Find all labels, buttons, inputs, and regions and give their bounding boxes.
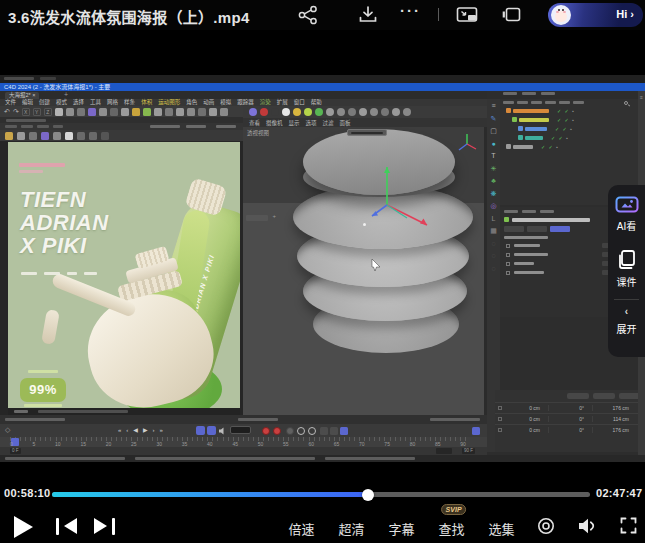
range-start-field: 0 F	[10, 448, 21, 454]
c4d-menu-item: 渲染	[260, 99, 271, 106]
viewport-tooltip-chip	[347, 129, 387, 136]
assistant-hi-label: Hi ›	[616, 8, 634, 20]
object-row	[514, 133, 638, 142]
object-manager-tabs	[500, 99, 638, 106]
expand-button[interactable]: ‹ 展开	[608, 306, 645, 336]
more-icon[interactable]: ···	[400, 2, 421, 19]
video-player: 3.6洗发水流体氛围海报（上）.mp4 ···	[0, 0, 645, 543]
control-button[interactable]: 超清	[338, 519, 365, 538]
c4d-tool-icon	[187, 108, 195, 116]
c4d-menu-item: 模式	[56, 99, 67, 106]
coordinate-row: 0 cm 0° 176 cm	[495, 424, 645, 435]
control-buttons: 倍速 超清 字幕 SVIP 查找 选集	[288, 519, 538, 538]
control-button[interactable]: 倍速	[288, 519, 315, 538]
tool-strip-icon: ◌	[491, 265, 495, 272]
control-button[interactable]: 字幕	[388, 519, 415, 538]
c4d-menu-item: 编辑	[22, 99, 33, 106]
download-icon[interactable]	[358, 5, 378, 25]
c4d-tool-icon	[88, 108, 96, 116]
coordinate-row: 0 cm 0° 176 cm	[495, 402, 645, 413]
fullscreen-icon[interactable]	[620, 517, 637, 534]
coordinates-header	[495, 390, 645, 402]
c4d-menu-item: 网格	[107, 99, 118, 106]
progress-bar[interactable]	[52, 492, 590, 497]
transport-button: «	[118, 426, 121, 435]
poster-title: TIEFNADRIANX PIKI	[20, 188, 109, 257]
viewport-canvas: 透视视图	[243, 127, 484, 415]
tool-strip-icon: ◎	[490, 202, 496, 209]
tool-strip-icon: T	[491, 152, 495, 159]
share-icon[interactable]	[297, 5, 319, 25]
poster-watermark	[19, 163, 65, 167]
pip-icon[interactable]	[456, 5, 480, 25]
sound-toggle	[207, 426, 216, 435]
float-window-icon[interactable]	[502, 5, 522, 25]
viewer-tool-icon	[29, 132, 37, 140]
transport-button: »	[160, 426, 163, 435]
c4d-menu-item: 帮助	[311, 99, 322, 106]
progress-fill	[52, 492, 368, 497]
viewport-icon	[326, 108, 334, 116]
c4d-tool-icon	[55, 108, 63, 116]
c4d-tool-icon	[209, 108, 217, 116]
viewer-tool-icon	[5, 132, 13, 140]
timeline-range-bar: 0 F 90 F	[0, 447, 487, 455]
viewport-menu-item: 显示	[289, 119, 300, 127]
picture-viewer-toolbar	[0, 130, 243, 141]
ai-view-button[interactable]: AI看	[608, 185, 645, 233]
viewer-tool-icon	[101, 132, 109, 140]
poster-title-line: TIEFN	[20, 188, 109, 211]
search-icon	[624, 101, 628, 105]
progress-knob[interactable]	[362, 489, 374, 501]
courseware-button[interactable]: 课件	[608, 233, 645, 289]
tool-strip-icon: ✳	[491, 165, 497, 172]
tool-strip-icon: ●	[491, 140, 495, 147]
viewer-tool-icon	[77, 132, 85, 140]
c4d-menu-item: 文件	[5, 99, 16, 106]
viewport-icon	[392, 108, 400, 116]
c4d-tool-icon	[154, 108, 162, 116]
transport-button: ›	[153, 426, 155, 435]
c4d-tool-icon	[110, 108, 118, 116]
c4d-titlebar: C4D 2024 (2 - 洗发水流体海报1*) - 主要	[0, 83, 645, 91]
c4d-tool-icon	[176, 108, 184, 116]
current-time: 00:58:10	[4, 487, 50, 499]
ai-view-icon	[615, 194, 639, 214]
next-episode-button[interactable]	[93, 518, 115, 535]
record-position-button	[262, 427, 270, 435]
viewport-menu-item: 摄像机	[266, 119, 283, 127]
timeline-ruler: 051015202530354045505560657075808590	[0, 437, 487, 447]
tool-options-bar	[0, 415, 487, 424]
control-button[interactable]: SVIP 查找	[438, 519, 465, 538]
viewport-icon	[348, 108, 356, 116]
c4d-menu-item: 角色	[186, 99, 197, 106]
coordinate-row: 0 cm 0° 114 cm	[495, 413, 645, 424]
viewport-menu-item: 面板	[340, 119, 351, 127]
transport-controls: «‹◀▶›»	[118, 426, 163, 435]
screencast-icon[interactable]	[537, 517, 555, 535]
previous-episode-button[interactable]	[56, 518, 78, 535]
c4d-window-chrome	[0, 75, 645, 83]
tool-strip-icon: ◌	[491, 252, 495, 259]
play-button[interactable]	[14, 516, 33, 538]
c4d-menu-item: 模拟	[220, 99, 231, 106]
c4d-menu-item: 动画	[203, 99, 214, 106]
volume-icon[interactable]	[577, 517, 597, 535]
right-extra-menus	[503, 92, 555, 95]
control-button[interactable]: 选集	[488, 519, 515, 538]
transport-button: ‹	[126, 426, 128, 435]
control-button-label: 倍速	[288, 522, 314, 537]
c4d-tool-icon	[165, 108, 173, 116]
control-button-label: 查找	[438, 522, 464, 537]
object-row	[508, 115, 638, 124]
assistant-pill-button[interactable]: Hi ›	[548, 3, 643, 27]
video-frame[interactable]: C4D 2024 (2 - 洗发水流体海报1*) - 主要 大海报2* × + …	[0, 75, 645, 462]
axis-lock-chip: X	[22, 108, 30, 116]
total-time: 02:47:47	[596, 487, 642, 499]
viewport-menu-item: 选项	[306, 119, 317, 127]
viewport-icon	[260, 108, 268, 116]
viewport-icon	[249, 108, 257, 116]
viewport-menu-item: 过滤	[323, 119, 334, 127]
tool-strip-icon: ▦	[490, 227, 497, 234]
axis-gizmo	[347, 153, 437, 233]
